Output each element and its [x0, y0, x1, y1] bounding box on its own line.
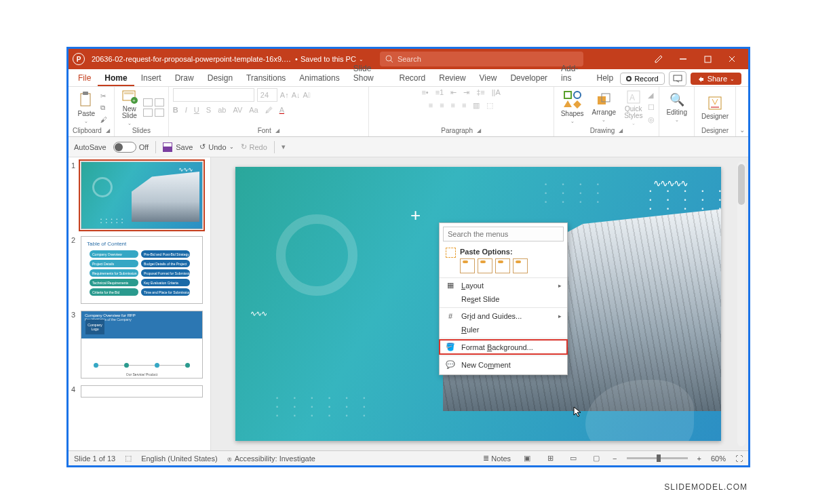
font-name-box[interactable]: [173, 88, 254, 102]
underline-button[interactable]: U: [194, 106, 199, 114]
menu-reset-slide[interactable]: Reset Slide: [440, 292, 567, 306]
paste-use-dest-icon[interactable]: [478, 258, 492, 273]
paste-picture-icon[interactable]: [495, 258, 510, 273]
slide-canvas-area[interactable]: + ∿∿∿∿∿ ∿∿∿ • • • •• • • •• • • • • • • …: [211, 157, 748, 450]
sorter-view-button[interactable]: ⊞: [543, 453, 557, 464]
vertical-scrollbar[interactable]: [737, 161, 745, 446]
editing-button[interactable]: 🔍Editing⌄: [663, 92, 690, 123]
paste-keep-source-icon[interactable]: [460, 258, 475, 273]
align-left-icon[interactable]: ≡: [429, 101, 433, 110]
tab-animations[interactable]: Animations: [292, 71, 346, 86]
increase-font-icon[interactable]: A↑: [280, 91, 289, 99]
justify-icon[interactable]: ≡: [462, 101, 466, 110]
tab-review[interactable]: Review: [432, 71, 472, 86]
highlight-button[interactable]: 🖉: [265, 106, 273, 114]
present-button[interactable]: [669, 71, 686, 86]
columns-icon[interactable]: ▥: [473, 101, 480, 110]
new-slide-button[interactable]: + New Slide⌄: [119, 90, 140, 126]
font-color-button[interactable]: A: [279, 106, 284, 114]
menu-grid-guides[interactable]: #Grid and Guides...▸: [440, 309, 567, 323]
slide-thumb-4[interactable]: 4: [71, 385, 208, 398]
layout-icon[interactable]: [143, 98, 164, 117]
tab-draw[interactable]: Draw: [168, 71, 201, 86]
menu-ruler[interactable]: Ruler: [440, 323, 567, 336]
menu-search-input[interactable]: [443, 227, 564, 241]
normal-view-button[interactable]: ▣: [520, 453, 534, 464]
menu-new-comment[interactable]: 💬New Comment: [440, 357, 567, 372]
numbering-icon[interactable]: ≡1: [435, 88, 444, 97]
zoom-in-button[interactable]: +: [697, 454, 701, 463]
arrange-button[interactable]: Arrange⌄: [589, 92, 619, 123]
search-box[interactable]: Search: [380, 52, 583, 66]
slide-thumb-2[interactable]: 2 Table of Content Company OverviewPre-B…: [71, 236, 208, 304]
align-center-icon[interactable]: ≡: [440, 101, 444, 110]
slide-canvas[interactable]: + ∿∿∿∿∿ ∿∿∿ • • • •• • • •• • • • • • • …: [235, 167, 721, 441]
paste-text-icon[interactable]: [513, 258, 528, 273]
autosave-toggle[interactable]: Off: [113, 142, 149, 153]
text-direction-icon[interactable]: ||A: [492, 88, 501, 97]
dialog-launcher-icon[interactable]: ◢: [619, 128, 623, 134]
accessibility-status[interactable]: ⍟Accessibility: Investigate: [227, 454, 315, 463]
menu-layout[interactable]: ▦Layout▸: [440, 278, 567, 292]
tab-design[interactable]: Design: [201, 71, 239, 86]
slideshow-view-button[interactable]: ▢: [589, 453, 603, 464]
shape-outline-icon[interactable]: ☐: [648, 103, 655, 112]
dialog-launcher-icon[interactable]: ◢: [275, 128, 279, 134]
undo-button[interactable]: ↺Undo⌄: [199, 142, 233, 151]
spell-check-icon[interactable]: ⬚: [125, 454, 132, 463]
tab-record[interactable]: Record: [393, 71, 433, 86]
close-button[interactable]: [720, 49, 744, 69]
smartart-icon[interactable]: ⬚: [486, 101, 493, 110]
minimize-button[interactable]: [671, 49, 695, 69]
designer-button[interactable]: Designer: [699, 95, 731, 120]
save-button[interactable]: Save: [163, 142, 193, 152]
zoom-handle[interactable]: [657, 454, 661, 462]
strike-button[interactable]: S: [206, 106, 211, 114]
tab-transitions[interactable]: Transitions: [239, 71, 292, 86]
cut-icon[interactable]: ✂: [100, 92, 107, 100]
redo-button[interactable]: ↻Redo: [241, 142, 267, 151]
align-right-icon[interactable]: ≡: [451, 101, 455, 110]
tab-developer[interactable]: Developer: [503, 71, 554, 86]
slide-counter[interactable]: Slide 1 of 13: [74, 454, 115, 463]
record-button[interactable]: Record: [620, 73, 664, 85]
zoom-level[interactable]: 60%: [711, 454, 726, 463]
tab-insert[interactable]: Insert: [134, 71, 168, 86]
zoom-out-button[interactable]: −: [613, 454, 617, 463]
line-spacing-icon[interactable]: ‡≡: [476, 88, 485, 97]
tab-file[interactable]: File: [71, 71, 98, 86]
tab-home[interactable]: Home: [98, 71, 134, 86]
scroll-handle[interactable]: [738, 164, 745, 205]
menu-format-background[interactable]: 🪣Format Background...: [440, 340, 567, 354]
indent-left-icon[interactable]: ⇤: [450, 88, 457, 97]
qat-overflow-button[interactable]: ▾: [282, 142, 286, 151]
notes-button[interactable]: ≣Notes: [483, 454, 511, 463]
reading-view-button[interactable]: ▭: [566, 453, 580, 464]
shape-fill-icon[interactable]: ◢: [648, 91, 655, 100]
fit-button[interactable]: ⛶: [735, 454, 743, 463]
quick-styles-button[interactable]: AQuick Styles⌄: [621, 90, 645, 126]
copy-icon[interactable]: ⧉: [100, 104, 107, 112]
zoom-slider[interactable]: [627, 457, 688, 459]
slide-thumb-1[interactable]: 1 ∿∿∿ • • • • •• • • • •: [71, 161, 208, 229]
tab-addins[interactable]: Add-ins: [554, 61, 589, 86]
language-status[interactable]: English (United States): [141, 454, 218, 463]
maximize-button[interactable]: [695, 49, 720, 69]
tab-slideshow[interactable]: Slide Show: [347, 61, 393, 86]
clear-format-icon[interactable]: A⃠: [303, 91, 311, 99]
collapse-ribbon-button[interactable]: ⌄: [736, 87, 748, 136]
share-button[interactable]: Share⌄: [691, 73, 741, 85]
tab-view[interactable]: View: [473, 71, 504, 86]
font-size-box[interactable]: 24: [257, 88, 277, 102]
italic-button[interactable]: I: [185, 106, 187, 114]
tab-help[interactable]: Help: [589, 71, 620, 86]
spacing-button[interactable]: AV: [233, 106, 242, 114]
indent-right-icon[interactable]: ⇥: [463, 88, 469, 97]
shapes-button[interactable]: Shapes⌄: [558, 91, 587, 124]
case-button[interactable]: Aa: [249, 106, 258, 114]
bullets-icon[interactable]: ≡•: [421, 88, 428, 97]
slide-thumb-3[interactable]: 3 Company Overview for RFPKey Highlights…: [71, 311, 208, 379]
format-painter-icon[interactable]: 🖌: [100, 116, 107, 123]
slide-panel[interactable]: 1 ∿∿∿ • • • • •• • • • • 2 Table of Cont…: [69, 157, 211, 450]
shape-effects-icon[interactable]: ◎: [648, 115, 655, 124]
